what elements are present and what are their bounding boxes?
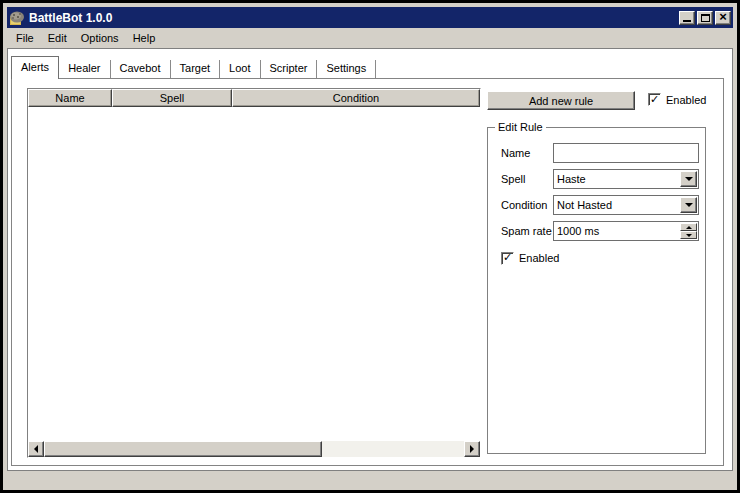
rule-enabled-row: ✓ Enabled	[501, 248, 559, 268]
column-header-condition[interactable]: Condition	[232, 89, 480, 107]
condition-label: Condition	[501, 199, 553, 211]
tab-alerts[interactable]: Alerts	[11, 56, 59, 79]
name-label: Name	[501, 147, 553, 159]
spell-combobox[interactable]: Haste	[553, 169, 699, 189]
menu-item-edit[interactable]: Edit	[41, 30, 74, 46]
condition-value: Not Hasted	[554, 196, 679, 214]
rules-list-body[interactable]	[28, 107, 480, 441]
minimize-button[interactable]	[679, 11, 695, 25]
scroll-right-button[interactable]	[464, 441, 480, 457]
rules-list: Name Spell Condition	[27, 88, 481, 458]
app-icon	[9, 10, 25, 26]
condition-dropdown-button[interactable]	[680, 197, 697, 213]
caption-buttons: ×	[679, 11, 731, 25]
spell-label: Spell	[501, 173, 553, 185]
spam-rate-spin-buttons	[680, 223, 697, 239]
menu-item-options[interactable]: Options	[74, 30, 126, 46]
menu-item-help[interactable]: Help	[126, 30, 163, 46]
spell-dropdown-button[interactable]	[680, 171, 697, 187]
check-icon: ✓	[650, 94, 659, 105]
dropdown-arrow-icon	[685, 203, 693, 211]
spam-rate-spinner	[553, 221, 699, 241]
master-enabled-row: ✓ Enabled	[648, 93, 706, 106]
dropdown-arrow-icon	[685, 177, 693, 185]
master-enabled-checkbox[interactable]: ✓	[648, 93, 661, 106]
edit-rule-legend: Edit Rule	[495, 121, 546, 133]
scroll-thumb[interactable]	[44, 441, 322, 457]
maximize-icon	[701, 14, 710, 22]
spell-value: Haste	[554, 170, 679, 188]
spam-rate-row: Spam rate	[501, 221, 699, 241]
titlebar[interactable]: BattleBot 1.0.0 ×	[7, 7, 733, 28]
master-enabled-label: Enabled	[666, 94, 706, 106]
tab-cavebot[interactable]: Cavebot	[111, 60, 171, 78]
tab-strip: Alerts Healer Cavebot Target Loot Script…	[11, 56, 376, 78]
tab-settings[interactable]: Settings	[317, 60, 376, 78]
close-icon: ×	[719, 12, 727, 22]
scroll-track[interactable]	[44, 441, 464, 457]
maximize-button[interactable]	[697, 11, 713, 25]
scroll-left-button[interactable]	[28, 441, 44, 457]
column-header-name[interactable]: Name	[28, 89, 112, 107]
menubar: File Edit Options Help	[7, 28, 733, 48]
spin-up-icon	[686, 223, 692, 229]
menu-item-file[interactable]: File	[9, 30, 41, 46]
add-new-rule-button[interactable]: Add new rule	[487, 91, 635, 110]
tab-loot[interactable]: Loot	[220, 60, 260, 78]
horizontal-scrollbar	[28, 441, 480, 457]
check-icon: ✓	[503, 252, 512, 263]
tab-scripter[interactable]: Scripter	[261, 60, 318, 78]
window-title: BattleBot 1.0.0	[29, 11, 112, 25]
spam-rate-input[interactable]	[554, 222, 679, 240]
spam-rate-label: Spam rate	[501, 225, 553, 237]
rule-enabled-label: Enabled	[519, 252, 559, 264]
spin-down-button[interactable]	[680, 231, 697, 239]
scroll-left-icon	[30, 445, 38, 453]
alerts-tab-page: Name Spell Condition Add new rule ✓	[11, 78, 724, 466]
edit-rule-group: Edit Rule Name Spell Haste Condition Not	[487, 127, 706, 454]
column-header-spell[interactable]: Spell	[112, 89, 232, 107]
tab-target[interactable]: Target	[171, 60, 221, 78]
rules-list-header: Name Spell Condition	[28, 89, 480, 107]
spell-row: Spell Haste	[501, 169, 699, 189]
rule-enabled-checkbox[interactable]: ✓	[501, 252, 514, 265]
name-row: Name	[501, 143, 699, 163]
scroll-right-icon	[470, 445, 478, 453]
close-button[interactable]: ×	[715, 11, 731, 25]
client-area: Alerts Healer Cavebot Target Loot Script…	[7, 48, 733, 471]
minimize-icon	[683, 20, 691, 22]
name-input[interactable]	[553, 143, 699, 163]
condition-combobox[interactable]: Not Hasted	[553, 195, 699, 215]
spin-down-icon	[686, 234, 692, 240]
tab-healer[interactable]: Healer	[59, 60, 110, 78]
condition-row: Condition Not Hasted	[501, 195, 699, 215]
spin-up-button[interactable]	[680, 223, 697, 231]
app-window: BattleBot 1.0.0 × File Edit Options Help…	[3, 3, 737, 490]
